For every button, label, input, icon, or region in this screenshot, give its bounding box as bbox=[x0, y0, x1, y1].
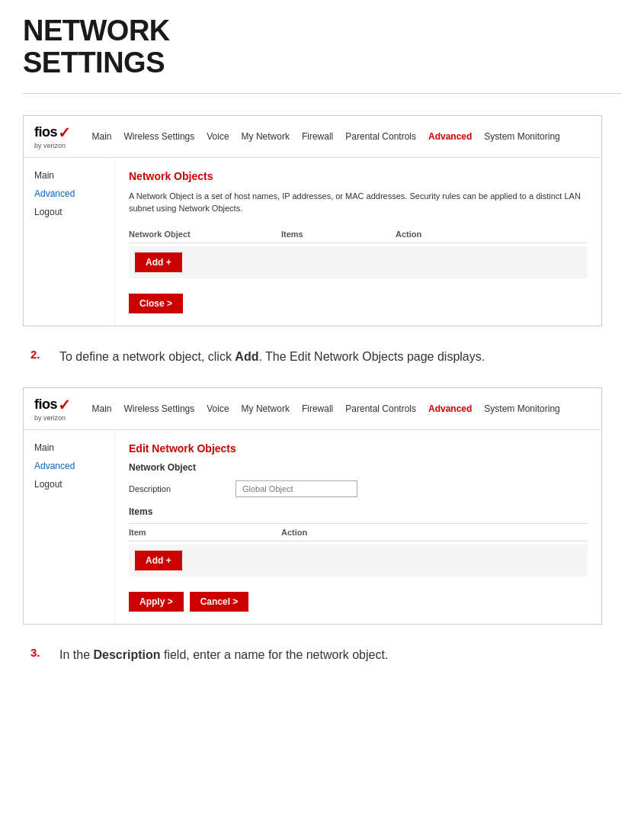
close-button-1[interactable]: Close > bbox=[129, 294, 183, 313]
content-area-1: Main Advanced Logout Network Objects A N… bbox=[24, 158, 601, 326]
table-header-1: Network Object Items Action bbox=[129, 226, 588, 243]
nav-bar-2: fios✓ by verizon Main Wireless Settings … bbox=[24, 388, 601, 430]
nav-systemmonitoring-2[interactable]: System Monitoring bbox=[484, 403, 559, 414]
description-label: Description bbox=[129, 484, 235, 493]
nav-advanced-1[interactable]: Advanced bbox=[428, 131, 472, 142]
fios-logo-2: fios✓ by verizon bbox=[34, 396, 71, 422]
table-body-2: Add + bbox=[129, 545, 588, 577]
nav-items-2: Main Wireless Settings Voice My Network … bbox=[92, 403, 560, 414]
sidebar-1: Main Advanced Logout bbox=[24, 158, 115, 326]
sidebar-main-1[interactable]: Main bbox=[34, 170, 104, 181]
nav-items-1: Main Wireless Settings Voice My Network … bbox=[92, 131, 560, 142]
apply-button[interactable]: Apply > bbox=[129, 592, 184, 612]
edit-section-title: Edit Network Objects bbox=[129, 442, 588, 455]
nav-firewall-2[interactable]: Firewall bbox=[302, 403, 333, 414]
sidebar-logout-1[interactable]: Logout bbox=[34, 207, 104, 217]
col-action: Action bbox=[396, 230, 588, 239]
add-button-2[interactable]: Add + bbox=[135, 551, 182, 570]
sidebar-advanced-2[interactable]: Advanced bbox=[34, 461, 104, 471]
sidebar-main-2[interactable]: Main bbox=[34, 442, 104, 453]
sidebar-logout-2[interactable]: Logout bbox=[34, 479, 104, 490]
nav-systemmonitoring-1[interactable]: System Monitoring bbox=[484, 131, 559, 142]
main-content-1: Network Objects A Network Object is a se… bbox=[115, 158, 601, 326]
nav-mynetwork-2[interactable]: My Network bbox=[242, 403, 290, 414]
nav-voice-2[interactable]: Voice bbox=[207, 403, 229, 414]
cancel-button[interactable]: Cancel > bbox=[190, 592, 249, 612]
step-2-number: 2. bbox=[30, 348, 49, 361]
col-items: Items bbox=[281, 230, 396, 239]
screenshot-2: fios✓ by verizon Main Wireless Settings … bbox=[23, 387, 602, 625]
nav-bar-1: fios✓ by verizon Main Wireless Settings … bbox=[24, 116, 601, 158]
add-button-1[interactable]: Add + bbox=[135, 252, 182, 272]
main-content-2: Edit Network Objects Network Object Desc… bbox=[115, 430, 601, 624]
description-text-1: A Network Object is a set of host names,… bbox=[129, 190, 588, 215]
step-3-number: 3. bbox=[30, 646, 49, 659]
nav-parentalcontrols-1[interactable]: Parental Controls bbox=[345, 131, 416, 142]
content-area-2: Main Advanced Logout Edit Network Object… bbox=[24, 430, 601, 624]
nav-advanced-2[interactable]: Advanced bbox=[428, 403, 472, 414]
nav-mynetwork-1[interactable]: My Network bbox=[242, 131, 290, 142]
page-title: NETWORK SETTINGS bbox=[23, 15, 621, 79]
network-object-header: Network Object bbox=[129, 462, 588, 473]
nav-parentalcontrols-2[interactable]: Parental Controls bbox=[345, 403, 416, 414]
sidebar-advanced-1[interactable]: Advanced bbox=[34, 188, 104, 199]
bottom-buttons: Apply > Cancel > bbox=[129, 584, 588, 612]
nav-firewall-1[interactable]: Firewall bbox=[302, 131, 333, 142]
col-action: Action bbox=[281, 528, 588, 537]
description-row: Description bbox=[129, 480, 588, 497]
step-3-text: In the Description field, enter a name f… bbox=[59, 646, 388, 664]
nav-main-2[interactable]: Main bbox=[92, 403, 112, 414]
close-btn-area: Close > bbox=[129, 286, 588, 313]
nav-voice-1[interactable]: Voice bbox=[207, 131, 229, 142]
step-3-container: 3. In the Description field, enter a nam… bbox=[23, 646, 621, 664]
step-2-container: 2. To define a network object, click Add… bbox=[23, 348, 621, 366]
sidebar-2: Main Advanced Logout bbox=[24, 430, 115, 624]
items-table-header: Item Action bbox=[129, 523, 588, 541]
nav-wireless-2[interactable]: Wireless Settings bbox=[124, 403, 195, 414]
section-title-1: Network Objects bbox=[129, 170, 588, 182]
col-network-object: Network Object bbox=[129, 230, 281, 239]
fios-logo: fios✓ by verizon bbox=[34, 124, 71, 149]
nav-wireless-1[interactable]: Wireless Settings bbox=[124, 131, 195, 142]
screenshot-1: fios✓ by verizon Main Wireless Settings … bbox=[23, 115, 602, 326]
title-divider bbox=[23, 93, 621, 94]
description-input[interactable] bbox=[235, 480, 357, 497]
col-item: Item bbox=[129, 528, 281, 537]
nav-main-1[interactable]: Main bbox=[92, 131, 112, 142]
items-section-title: Items bbox=[129, 506, 588, 517]
step-2-text: To define a network object, click Add. T… bbox=[59, 348, 485, 366]
table-body-1: Add + bbox=[129, 246, 588, 278]
